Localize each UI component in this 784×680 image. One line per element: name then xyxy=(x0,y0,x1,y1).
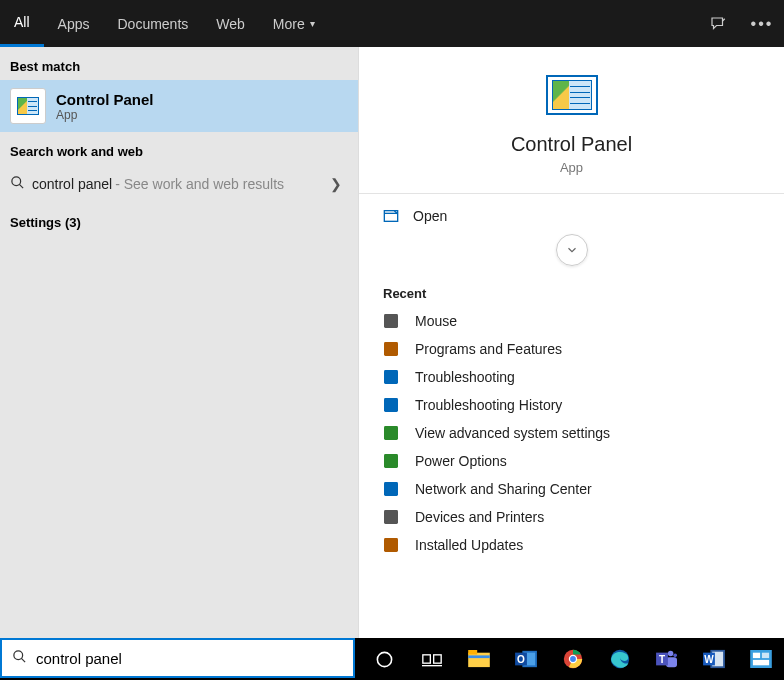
tab-more[interactable]: More▾ xyxy=(259,0,329,47)
best-match-result[interactable]: Control Panel App xyxy=(0,80,358,132)
taskbar: OTW xyxy=(0,638,784,680)
chevron-down-icon xyxy=(565,243,579,257)
svg-rect-16 xyxy=(422,655,430,663)
taskbar-word-icon[interactable]: W xyxy=(690,638,737,680)
svg-rect-11 xyxy=(384,510,398,524)
recent-item[interactable]: Network and Sharing Center xyxy=(359,475,784,503)
svg-rect-4 xyxy=(384,314,398,328)
svg-rect-10 xyxy=(384,482,398,496)
recent-item-label: View advanced system settings xyxy=(415,425,610,441)
svg-rect-20 xyxy=(468,650,477,655)
recent-item[interactable]: Power Options xyxy=(359,447,784,475)
svg-rect-42 xyxy=(752,660,768,665)
preview-subtitle: App xyxy=(359,160,784,175)
results-panel: Best match Control Panel App Search work… xyxy=(0,47,358,638)
svg-line-14 xyxy=(21,658,25,662)
svg-rect-8 xyxy=(384,426,398,440)
recent-item-icon xyxy=(383,537,399,553)
control-panel-icon xyxy=(546,75,598,115)
taskbar-edge-icon[interactable] xyxy=(596,638,643,680)
recent-item[interactable]: Troubleshooting History xyxy=(359,391,784,419)
taskbar-chrome-icon[interactable] xyxy=(549,638,596,680)
svg-rect-41 xyxy=(761,653,768,658)
svg-point-28 xyxy=(570,656,576,662)
search-box[interactable] xyxy=(0,638,355,678)
more-options-icon[interactable]: ••• xyxy=(740,0,784,47)
svg-rect-12 xyxy=(384,538,398,552)
section-settings[interactable]: Settings (3) xyxy=(0,203,358,236)
search-icon xyxy=(10,175,32,193)
recent-item-label: Troubleshooting History xyxy=(415,397,562,413)
svg-point-30 xyxy=(667,651,672,656)
recent-item[interactable]: Programs and Features xyxy=(359,335,784,363)
svg-rect-17 xyxy=(433,655,441,663)
tab-all[interactable]: All xyxy=(0,0,44,47)
recent-item[interactable]: View advanced system settings xyxy=(359,419,784,447)
recent-item-label: Troubleshooting xyxy=(415,369,515,385)
svg-rect-6 xyxy=(384,370,398,384)
svg-text:T: T xyxy=(658,654,664,665)
open-icon xyxy=(383,209,399,223)
recent-item-icon xyxy=(383,509,399,525)
web-search-result[interactable]: control panel - See work and web results… xyxy=(0,165,358,203)
recent-item-label: Programs and Features xyxy=(415,341,562,357)
chevron-right-icon: ❯ xyxy=(330,176,348,192)
search-input[interactable] xyxy=(36,640,353,676)
preview-panel: Control Panel App Open Recent MouseProgr… xyxy=(358,47,784,638)
svg-point-0 xyxy=(12,177,21,186)
svg-text:W: W xyxy=(704,654,714,665)
svg-rect-21 xyxy=(468,655,490,658)
recent-item-label: Devices and Printers xyxy=(415,509,544,525)
open-button[interactable]: Open xyxy=(359,194,784,238)
feedback-icon[interactable] xyxy=(696,0,740,47)
web-search-text: control panel xyxy=(32,176,112,192)
recent-item[interactable]: Troubleshooting xyxy=(359,363,784,391)
recent-item-label: Installed Updates xyxy=(415,537,523,553)
recent-item-icon xyxy=(383,397,399,413)
svg-rect-19 xyxy=(468,653,490,667)
section-best-match: Best match xyxy=(0,47,358,80)
expand-chevron-button[interactable] xyxy=(556,234,588,266)
taskbar-outlook-icon[interactable]: O xyxy=(502,638,549,680)
recent-item-label: Network and Sharing Center xyxy=(415,481,592,497)
recent-item-icon xyxy=(383,453,399,469)
web-search-hint: - See work and web results xyxy=(115,176,284,192)
svg-text:O: O xyxy=(517,654,525,665)
recent-item-icon xyxy=(383,341,399,357)
recent-item[interactable]: Devices and Printers xyxy=(359,503,784,531)
best-match-subtitle: App xyxy=(56,108,154,122)
tab-web[interactable]: Web xyxy=(202,0,259,47)
control-panel-icon xyxy=(10,88,46,124)
svg-point-13 xyxy=(13,651,22,660)
taskbar-preview-app-icon[interactable] xyxy=(737,638,784,680)
recent-item-icon xyxy=(383,481,399,497)
svg-point-15 xyxy=(377,652,391,666)
search-filter-tabs: All Apps Documents Web More▾ ••• xyxy=(0,0,784,47)
svg-rect-9 xyxy=(384,454,398,468)
svg-rect-40 xyxy=(752,653,759,658)
preview-title: Control Panel xyxy=(359,133,784,156)
recent-item[interactable]: Mouse xyxy=(359,307,784,335)
recent-item[interactable]: Installed Updates xyxy=(359,531,784,559)
svg-line-1 xyxy=(19,184,23,188)
section-search-web: Search work and web xyxy=(0,132,358,165)
recent-item-icon xyxy=(383,425,399,441)
taskbar-file-explorer-icon[interactable] xyxy=(455,638,502,680)
recent-item-label: Mouse xyxy=(415,313,457,329)
recent-heading: Recent xyxy=(359,282,784,307)
recent-item-icon xyxy=(383,313,399,329)
svg-point-31 xyxy=(673,654,677,658)
best-match-title: Control Panel xyxy=(56,91,154,108)
recent-item-label: Power Options xyxy=(415,453,507,469)
chevron-down-icon: ▾ xyxy=(310,18,315,29)
taskbar-teams-icon[interactable]: T xyxy=(643,638,690,680)
tab-apps[interactable]: Apps xyxy=(44,0,104,47)
recent-item-icon xyxy=(383,369,399,385)
search-icon xyxy=(2,649,36,667)
taskbar-task-view-icon[interactable] xyxy=(408,638,455,680)
tab-documents[interactable]: Documents xyxy=(103,0,202,47)
svg-rect-5 xyxy=(384,342,398,356)
svg-rect-7 xyxy=(384,398,398,412)
taskbar-cortana-icon[interactable] xyxy=(361,638,408,680)
